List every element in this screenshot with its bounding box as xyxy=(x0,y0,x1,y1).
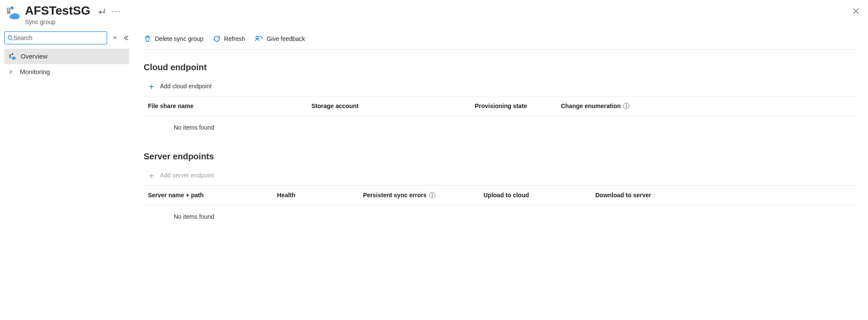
svg-point-4 xyxy=(9,15,15,19)
info-icon[interactable]: i xyxy=(623,103,629,109)
cloud-endpoint-title: Cloud endpoint xyxy=(144,62,858,72)
feedback-label: Give feedback xyxy=(267,35,305,42)
give-feedback-button[interactable]: Give feedback xyxy=(255,35,305,43)
page-subtitle: Sync group xyxy=(25,19,90,25)
delete-sync-group-button[interactable]: Delete sync group xyxy=(144,35,203,43)
svg-point-8 xyxy=(12,56,16,59)
add-server-label: Add server endpoint xyxy=(160,172,214,179)
main-content: Delete sync group Refresh Give feedback … xyxy=(133,29,868,228)
plus-icon: ＋ xyxy=(147,81,156,92)
col-download[interactable]: Download to server xyxy=(595,192,858,199)
server-empty-message: No items found xyxy=(144,205,858,228)
sidebar-item-label: Monitoring xyxy=(20,68,50,75)
refresh-button[interactable]: Refresh xyxy=(213,35,245,43)
page-title: AFSTestSG xyxy=(25,4,90,18)
sidebar: × Overview Monitoring xyxy=(0,29,133,228)
svg-line-6 xyxy=(12,39,13,40)
more-icon[interactable]: ··· xyxy=(112,7,121,16)
search-icon xyxy=(7,35,13,41)
plus-icon: ＋ xyxy=(147,170,156,181)
refresh-label: Refresh xyxy=(224,35,245,42)
col-provisioning-state[interactable]: Provisioning state xyxy=(475,103,561,109)
sidebar-item-label: Overview xyxy=(21,53,48,60)
sidebar-item-overview[interactable]: Overview xyxy=(4,49,129,64)
svg-point-5 xyxy=(8,36,12,40)
chevron-right-icon xyxy=(9,70,15,74)
add-cloud-label: Add cloud endpoint xyxy=(160,83,212,90)
svg-rect-2 xyxy=(8,10,9,11)
command-bar: Delete sync group Refresh Give feedback xyxy=(144,29,858,50)
svg-rect-7 xyxy=(9,54,11,58)
delete-icon xyxy=(144,35,151,43)
col-change-enum-label: Change enumeration xyxy=(561,103,621,109)
col-persistent-errors-label: Persistent sync errors xyxy=(363,192,427,199)
col-server-name[interactable]: Server name + path xyxy=(148,192,277,199)
server-endpoints-title: Server endpoints xyxy=(144,152,858,162)
col-file-share[interactable]: File share name xyxy=(148,103,311,109)
col-upload[interactable]: Upload to cloud xyxy=(483,192,595,199)
add-cloud-endpoint-button[interactable]: ＋ Add cloud endpoint xyxy=(144,77,858,96)
collapse-sidebar-icon[interactable] xyxy=(123,35,129,41)
search-box[interactable] xyxy=(4,31,107,44)
overview-icon xyxy=(9,53,16,60)
clear-search-icon[interactable]: × xyxy=(111,34,119,42)
close-icon[interactable] xyxy=(853,8,859,15)
col-health[interactable]: Health xyxy=(277,192,363,199)
add-server-endpoint-button: ＋ Add server endpoint xyxy=(144,166,858,186)
cloud-empty-message: No items found xyxy=(144,116,858,139)
col-persistent-errors[interactable]: Persistent sync errors i xyxy=(363,192,483,199)
col-storage-account[interactable]: Storage account xyxy=(311,103,475,109)
info-icon[interactable]: i xyxy=(429,192,435,198)
cloud-table-header: File share name Storage account Provisio… xyxy=(144,96,858,116)
feedback-icon xyxy=(255,35,263,43)
sync-group-icon xyxy=(6,6,21,21)
svg-point-9 xyxy=(256,36,259,39)
blade-header: AFSTestSG Sync group ··· xyxy=(0,0,868,29)
pin-icon[interactable] xyxy=(98,8,106,16)
refresh-icon xyxy=(213,35,221,43)
server-table-header: Server name + path Health Persistent syn… xyxy=(144,186,858,205)
delete-label: Delete sync group xyxy=(155,35,203,42)
svg-rect-1 xyxy=(8,9,9,9)
search-input[interactable] xyxy=(13,34,104,41)
sidebar-item-monitoring[interactable]: Monitoring xyxy=(4,64,129,80)
col-change-enum[interactable]: Change enumeration i xyxy=(561,103,858,109)
